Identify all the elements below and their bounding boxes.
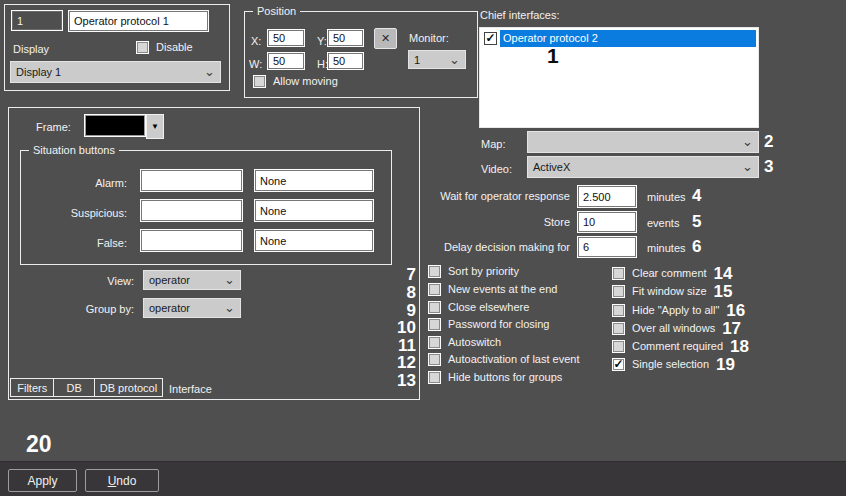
single-selection-checkbox[interactable]: ✓ xyxy=(612,358,625,371)
protocol-id-input[interactable]: 1 xyxy=(11,10,63,31)
clear-comment-checkbox[interactable] xyxy=(612,267,625,280)
chief-interfaces-listbox[interactable]: ✓ Operator protocol 2 1 xyxy=(479,27,759,128)
annotation-17: 17 xyxy=(722,320,741,338)
tab-db-protocol[interactable]: DB protocol xyxy=(95,379,162,396)
delay-decision-unit: minutes xyxy=(647,241,686,255)
protocol-name-input[interactable]: Operator protocol 1 xyxy=(68,10,209,32)
chevron-down-icon: ⌄ xyxy=(449,55,460,65)
alarm-input[interactable] xyxy=(140,169,243,192)
fit-window-size-label: Fit window size xyxy=(632,285,707,298)
w-input[interactable]: 50 xyxy=(267,52,305,70)
alarm-label: Alarm: xyxy=(21,176,127,190)
undo-button-label-rest: ndo xyxy=(116,474,136,488)
interface-tab-page: Frame: ▼ Situation buttons Alarm: None S… xyxy=(8,107,420,400)
annotation-14: 14 xyxy=(714,265,733,283)
annotation-19: 19 xyxy=(716,356,735,374)
situation-buttons-title: Situation buttons xyxy=(29,144,119,156)
alarm-none-input[interactable]: None xyxy=(254,169,374,192)
comment-required-checkbox[interactable] xyxy=(612,340,625,353)
checkbox-row-sort-by-priority[interactable]: Sort by priority xyxy=(428,264,519,279)
frame-color-swatch[interactable] xyxy=(84,114,146,137)
checkbox-row-hide-apply-to-all[interactable]: Hide "Apply to all" 16 xyxy=(612,303,745,318)
disable-checkbox[interactable] xyxy=(136,41,149,54)
hide-buttons-for-groups-label: Hide buttons for groups xyxy=(448,371,562,384)
apply-button[interactable]: Apply xyxy=(8,469,77,492)
situation-buttons-groupbox: Situation buttons Alarm: None Suspicious… xyxy=(20,150,392,265)
suspicious-label: Suspicious: xyxy=(21,206,127,220)
checkbox-row-single-selection[interactable]: ✓ Single selection 19 xyxy=(612,357,735,372)
checkbox-row-comment-required[interactable]: Comment required 18 xyxy=(612,339,749,354)
store-input[interactable]: 10 xyxy=(577,211,637,233)
suspicious-none-input[interactable]: None xyxy=(254,199,374,222)
checkbox-row-autoactivation-last-event[interactable]: Autoactivation of last event xyxy=(428,352,579,367)
checkbox-row-hide-buttons-for-groups[interactable]: Hide buttons for groups xyxy=(428,370,562,385)
autoswitch-label: Autoswitch xyxy=(448,336,501,349)
allow-moving-label: Allow moving xyxy=(273,75,338,88)
annotation-16: 16 xyxy=(726,302,745,320)
annotation-8: 8 xyxy=(361,284,416,302)
display-label: Display xyxy=(13,42,49,56)
map-select[interactable]: ⌄ xyxy=(527,131,759,153)
password-for-closing-label: Password for closing xyxy=(448,318,550,331)
display-select[interactable]: Display 1 ⌄ xyxy=(10,61,221,83)
close-elsewhere-checkbox[interactable] xyxy=(428,301,441,314)
autoactivation-last-event-checkbox[interactable] xyxy=(428,353,441,366)
annotation-1: 1 xyxy=(547,47,559,65)
x-label: X: xyxy=(251,34,261,48)
view-select[interactable]: operator ⌄ xyxy=(143,270,241,290)
annotation-6: 6 xyxy=(692,238,701,256)
checkbox-row-over-all-windows[interactable]: Over all windows 17 xyxy=(612,321,741,336)
hide-apply-to-all-checkbox[interactable] xyxy=(612,304,625,317)
monitor-label: Monitor: xyxy=(409,31,449,45)
tab-interface-active[interactable]: Interface xyxy=(169,382,212,396)
list-item-operator-protocol-2[interactable]: ✓ Operator protocol 2 xyxy=(481,30,756,47)
annotation-10: 10 xyxy=(361,319,416,337)
false-none-input[interactable]: None xyxy=(254,229,374,252)
annotation-18: 18 xyxy=(730,338,749,356)
video-select[interactable]: ActiveX ⌄ xyxy=(527,156,759,178)
checkbox-row-close-elsewhere[interactable]: Close elsewhere xyxy=(428,300,529,315)
checkbox-row-fit-window-size[interactable]: Fit window size 15 xyxy=(612,284,733,299)
hide-buttons-for-groups-checkbox[interactable] xyxy=(428,371,441,384)
dropdown-arrow-icon: ▼ xyxy=(151,123,159,131)
map-label: Map: xyxy=(481,137,505,151)
allow-moving-checkbox-row[interactable]: Allow moving xyxy=(253,74,338,89)
false-input[interactable] xyxy=(140,229,243,252)
fit-window-size-checkbox[interactable] xyxy=(612,285,625,298)
store-unit: events xyxy=(647,216,679,230)
frame-label: Frame: xyxy=(36,120,71,134)
monitor-select[interactable]: 1 ⌄ xyxy=(408,50,466,69)
sort-by-priority-checkbox[interactable] xyxy=(428,265,441,278)
new-events-at-end-checkbox[interactable] xyxy=(428,283,441,296)
frame-color-dropdown-button[interactable]: ▼ xyxy=(146,114,164,139)
undo-button[interactable]: Undo xyxy=(85,469,159,492)
clear-comment-label: Clear comment xyxy=(632,267,707,280)
single-selection-label: Single selection xyxy=(632,358,709,371)
chevron-down-icon: ⌄ xyxy=(224,303,235,313)
allow-moving-checkbox[interactable] xyxy=(253,75,266,88)
clear-position-button[interactable]: ✕ xyxy=(374,28,397,49)
tab-filters[interactable]: Filters xyxy=(11,379,54,396)
over-all-windows-checkbox[interactable] xyxy=(612,322,625,335)
password-for-closing-checkbox[interactable] xyxy=(428,318,441,331)
disable-checkbox-row[interactable]: Disable xyxy=(136,40,193,55)
suspicious-input[interactable] xyxy=(140,199,243,222)
autoactivation-last-event-label: Autoactivation of last event xyxy=(448,353,579,366)
checkbox-row-new-events-at-end[interactable]: New events at the end xyxy=(428,282,557,297)
checkbox-row-clear-comment[interactable]: Clear comment 14 xyxy=(612,266,733,281)
tab-db[interactable]: DB xyxy=(54,379,94,396)
h-input[interactable]: 50 xyxy=(327,52,364,70)
x-input[interactable]: 50 xyxy=(267,29,305,47)
autoswitch-checkbox[interactable] xyxy=(428,336,441,349)
y-input[interactable]: 50 xyxy=(327,29,364,47)
list-item-checkbox[interactable]: ✓ xyxy=(484,32,497,45)
hide-apply-to-all-label: Hide "Apply to all" xyxy=(632,304,719,317)
group-by-select[interactable]: operator ⌄ xyxy=(143,298,241,318)
close-elsewhere-label: Close elsewhere xyxy=(448,301,529,314)
annotation-3: 3 xyxy=(764,158,773,176)
checkbox-row-autoswitch[interactable]: Autoswitch xyxy=(428,335,501,350)
checkbox-row-password-for-closing[interactable]: Password for closing xyxy=(428,317,550,332)
wait-response-input[interactable]: 2.500 xyxy=(577,185,637,208)
chevron-down-icon: ⌄ xyxy=(742,137,753,147)
delay-decision-input[interactable]: 6 xyxy=(577,236,637,258)
